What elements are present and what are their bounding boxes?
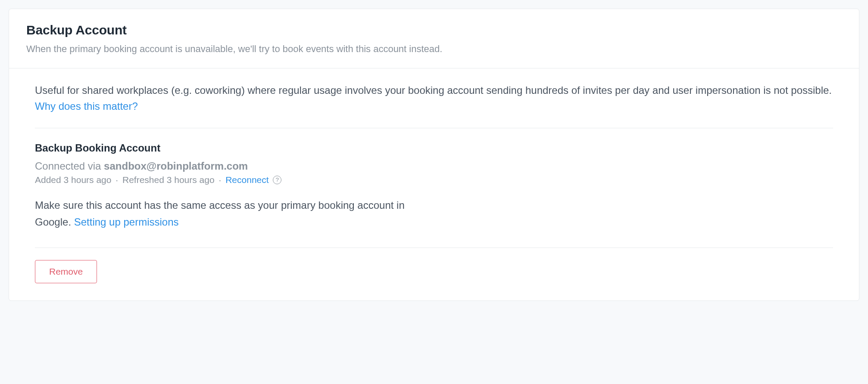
connected-line: Connected via sandbox@robinplatform.com (35, 160, 833, 172)
remove-button[interactable]: Remove (35, 260, 97, 283)
added-text: Added 3 hours ago (35, 175, 111, 185)
connected-prefix: Connected via (35, 160, 104, 172)
permissions-link[interactable]: Setting up permissions (74, 216, 179, 228)
connected-email: sandbox@robinplatform.com (104, 160, 248, 172)
separator: · (116, 175, 118, 185)
card-subtitle: When the primary booking account is unav… (26, 42, 842, 56)
card-body: Useful for shared workplaces (e.g. cowor… (9, 68, 859, 300)
card-header: Backup Account When the primary booking … (9, 9, 859, 68)
why-matters-link[interactable]: Why does this matter? (35, 100, 138, 112)
help-icon[interactable]: ? (273, 176, 281, 184)
card-title: Backup Account (26, 23, 842, 37)
separator: · (219, 175, 222, 185)
divider (35, 248, 833, 248)
backup-description: Useful for shared workplaces (e.g. cowor… (35, 82, 833, 114)
reconnect-link[interactable]: Reconnect (225, 175, 269, 185)
backup-booking-section: Backup Booking Account Connected via san… (35, 128, 833, 248)
refreshed-text: Refreshed 3 hours ago (122, 175, 215, 185)
helper-text: Make sure this account has the same acce… (35, 197, 423, 230)
meta-line: Added 3 hours ago · Refreshed 3 hours ag… (35, 175, 833, 185)
backup-account-card: Backup Account When the primary booking … (9, 9, 859, 301)
description-text: Useful for shared workplaces (e.g. cowor… (35, 84, 832, 96)
section-title: Backup Booking Account (35, 142, 833, 154)
